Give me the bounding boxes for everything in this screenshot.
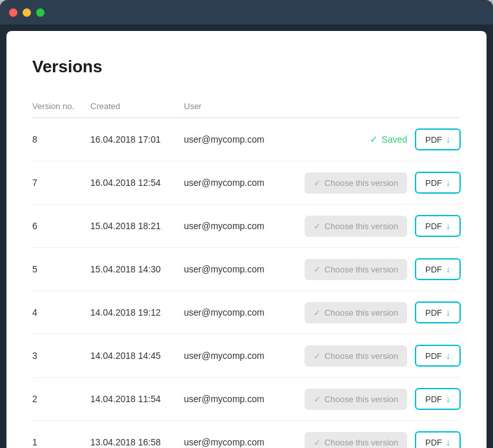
pdf-download-button[interactable]: PDF↓ <box>415 388 461 410</box>
version-created: 13.04.2018 16:58 <box>90 421 184 449</box>
pdf-download-button[interactable]: PDF↓ <box>415 258 461 280</box>
choose-version-button[interactable]: ✓Choose this version <box>305 432 407 449</box>
pdf-download-button[interactable]: PDF↓ <box>415 215 461 237</box>
download-arrow-icon: ↓ <box>446 351 450 361</box>
download-arrow-icon: ↓ <box>446 221 450 231</box>
version-created: 15.04.2018 18:21 <box>90 205 184 248</box>
download-arrow-icon: ↓ <box>446 394 450 404</box>
version-user: user@mycomp.com <box>184 161 287 205</box>
pdf-label: PDF <box>425 221 442 231</box>
check-icon: ✓ <box>370 134 378 145</box>
version-actions: ✓SavedPDF↓ <box>287 118 461 161</box>
table-row: 615.04.2018 18:21user@mycomp.com✓Choose … <box>32 205 461 248</box>
version-actions: ✓Choose this versionPDF↓ <box>287 161 461 204</box>
pdf-label: PDF <box>425 178 442 188</box>
table-row: 515.04.2018 14:30user@mycomp.com✓Choose … <box>32 248 461 291</box>
close-button[interactable] <box>9 8 17 17</box>
table-row: 414.04.2018 19:12user@mycomp.com✓Choose … <box>32 291 461 334</box>
version-number: 8 <box>32 118 90 161</box>
col-header-user: User <box>184 96 287 118</box>
saved-badge: ✓Saved <box>370 134 407 145</box>
col-header-version: Version no. <box>32 96 90 118</box>
saved-label: Saved <box>381 134 407 145</box>
table-row: 113.04.2018 16:58user@mycomp.com✓Choose … <box>32 421 461 449</box>
download-arrow-icon: ↓ <box>446 437 450 447</box>
download-arrow-icon: ↓ <box>446 178 450 188</box>
pdf-download-button[interactable]: PDF↓ <box>415 345 461 367</box>
version-actions: ✓Choose this versionPDF↓ <box>287 421 461 448</box>
version-created: 14.04.2018 19:12 <box>90 291 184 334</box>
version-actions: ✓Choose this versionPDF↓ <box>287 291 461 334</box>
choose-check-icon: ✓ <box>314 438 321 447</box>
version-actions: ✓Choose this versionPDF↓ <box>287 205 461 247</box>
pdf-label: PDF <box>425 438 442 447</box>
choose-check-icon: ✓ <box>314 394 321 404</box>
pdf-label: PDF <box>425 265 442 274</box>
choose-version-button[interactable]: ✓Choose this version <box>305 172 407 194</box>
app-window: Versions Version no. Created User 816.04… <box>0 0 493 448</box>
choose-label: Choose this version <box>325 178 398 188</box>
choose-label: Choose this version <box>325 265 398 274</box>
table-row: 816.04.2018 17:01user@mycomp.com✓SavedPD… <box>32 118 461 161</box>
version-actions: ✓Choose this versionPDF↓ <box>287 248 461 290</box>
choose-check-icon: ✓ <box>314 308 321 318</box>
choose-check-icon: ✓ <box>314 265 321 274</box>
version-user: user@mycomp.com <box>184 334 287 378</box>
pdf-label: PDF <box>425 308 442 318</box>
choose-version-button[interactable]: ✓Choose this version <box>305 345 407 367</box>
pdf-download-button[interactable]: PDF↓ <box>415 128 461 150</box>
version-user: user@mycomp.com <box>184 118 287 161</box>
version-created: 16.04.2018 12:54 <box>90 161 184 205</box>
col-header-created: Created <box>90 96 184 118</box>
table-row: 716.04.2018 12:54user@mycomp.com✓Choose … <box>32 161 461 205</box>
version-number: 6 <box>32 205 90 248</box>
choose-check-icon: ✓ <box>314 351 321 361</box>
version-created: 14.04.2018 11:54 <box>90 378 184 421</box>
choose-check-icon: ✓ <box>314 178 321 188</box>
actions-wrapper: ✓Choose this versionPDF↓ <box>305 388 461 410</box>
actions-wrapper: ✓SavedPDF↓ <box>370 128 461 150</box>
choose-version-button[interactable]: ✓Choose this version <box>305 302 407 323</box>
version-user: user@mycomp.com <box>184 205 287 248</box>
versions-table: Version no. Created User 816.04.2018 17:… <box>32 96 461 448</box>
version-number: 2 <box>32 378 90 421</box>
download-arrow-icon: ↓ <box>446 264 450 274</box>
version-number: 5 <box>32 248 90 291</box>
choose-version-button[interactable]: ✓Choose this version <box>305 389 407 410</box>
download-arrow-icon: ↓ <box>446 307 450 318</box>
version-user: user@mycomp.com <box>184 291 287 334</box>
choose-version-button[interactable]: ✓Choose this version <box>305 259 407 280</box>
actions-wrapper: ✓Choose this versionPDF↓ <box>305 431 461 448</box>
actions-wrapper: ✓Choose this versionPDF↓ <box>305 215 461 237</box>
choose-check-icon: ✓ <box>314 221 321 231</box>
pdf-label: PDF <box>425 135 442 145</box>
choose-label: Choose this version <box>325 394 398 404</box>
version-user: user@mycomp.com <box>184 248 287 291</box>
titlebar <box>0 0 493 25</box>
version-number: 7 <box>32 161 90 205</box>
version-number: 1 <box>32 421 90 449</box>
actions-wrapper: ✓Choose this versionPDF↓ <box>305 345 461 367</box>
choose-label: Choose this version <box>325 438 398 447</box>
version-actions: ✓Choose this versionPDF↓ <box>287 378 461 420</box>
version-number: 3 <box>32 334 90 378</box>
version-created: 16.04.2018 17:01 <box>90 118 184 161</box>
minimize-button[interactable] <box>23 8 31 17</box>
version-user: user@mycomp.com <box>184 378 287 421</box>
version-actions: ✓Choose this versionPDF↓ <box>287 334 461 377</box>
pdf-download-button[interactable]: PDF↓ <box>415 172 461 194</box>
pdf-download-button[interactable]: PDF↓ <box>415 301 461 323</box>
actions-wrapper: ✓Choose this versionPDF↓ <box>305 301 461 323</box>
main-content: Versions Version no. Created User 816.04… <box>6 31 487 448</box>
version-user: user@mycomp.com <box>184 421 287 449</box>
version-number: 4 <box>32 291 90 334</box>
actions-wrapper: ✓Choose this versionPDF↓ <box>305 172 461 194</box>
col-header-actions <box>287 96 461 118</box>
pdf-download-button[interactable]: PDF↓ <box>415 431 461 448</box>
maximize-button[interactable] <box>36 8 45 17</box>
choose-label: Choose this version <box>325 351 398 361</box>
choose-version-button[interactable]: ✓Choose this version <box>305 216 407 237</box>
version-created: 14.04.2018 14:45 <box>90 334 184 378</box>
page-title: Versions <box>32 57 461 77</box>
version-created: 15.04.2018 14:30 <box>90 248 184 291</box>
